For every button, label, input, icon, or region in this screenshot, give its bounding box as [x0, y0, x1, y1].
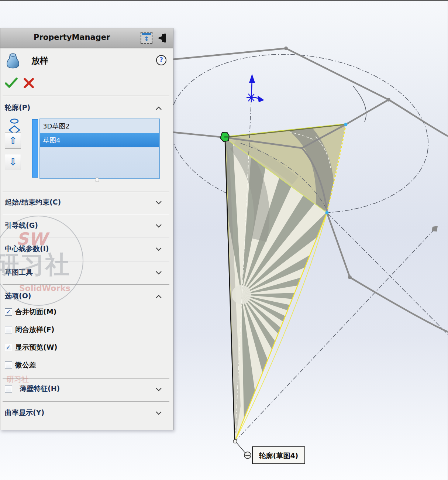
checkbox-checked[interactable]: ✓: [5, 344, 12, 351]
option-micro-tolerance: 微公差: [0, 361, 173, 374]
divider: [3, 284, 169, 285]
loft-front-face: [193, 14, 448, 480]
divider: [3, 401, 169, 402]
checkbox-checked[interactable]: ✓: [5, 308, 12, 316]
chevron-down-icon[interactable]: [155, 200, 162, 205]
checkbox-unchecked[interactable]: [5, 385, 12, 392]
auto-show-icon[interactable]: ↕: [141, 32, 152, 44]
image-top-border: [0, 0, 448, 1]
section-curvature-display[interactable]: 曲率显示(Y): [5, 408, 44, 418]
cancel-button[interactable]: [23, 78, 34, 90]
feature-title: 放样: [31, 55, 48, 66]
divider: [3, 261, 169, 262]
move-down-button[interactable]: ⇩: [5, 154, 21, 170]
up-arrow-icon: ⇧: [9, 135, 17, 146]
divider: [3, 96, 169, 96]
section-profiles[interactable]: 轮廓(P): [5, 103, 30, 113]
option-merge-tangent-faces: ✓ 合并切面(M): [0, 308, 173, 321]
checkbox-unchecked[interactable]: [5, 361, 12, 369]
chevron-up-icon[interactable]: [155, 106, 162, 110]
chevron-down-icon[interactable]: [155, 271, 162, 275]
profile-endpoint[interactable]: [233, 439, 237, 443]
property-manager-panel: PropertyManager ↕ 放样: [0, 28, 173, 430]
ok-button[interactable]: [5, 77, 18, 90]
checkbox-unchecked[interactable]: [5, 326, 12, 333]
chevron-up-icon[interactable]: [155, 294, 162, 299]
chevron-down-icon[interactable]: [155, 224, 162, 228]
section-start-end-constraints[interactable]: 起始/结束约束(C): [5, 198, 61, 207]
list-item[interactable]: 3D草图2: [40, 119, 159, 133]
chevron-down-icon[interactable]: [155, 387, 162, 392]
section-sketch-tools[interactable]: 草图工具: [5, 268, 33, 277]
callout-label: 轮廓(草图4): [259, 452, 299, 460]
panel-titlebar: PropertyManager ↕: [0, 28, 173, 48]
blue-sketch-point-top[interactable]: [344, 123, 348, 126]
feature-header: 放样 ?: [0, 52, 173, 73]
section-options[interactable]: 选项(O): [5, 291, 31, 301]
divider: [3, 192, 169, 192]
divider: [3, 237, 169, 238]
chevron-down-icon[interactable]: [155, 247, 162, 251]
axis-y-arrowhead: [249, 74, 255, 83]
section-guide-lines[interactable]: 引导线(G): [5, 221, 38, 230]
pushpin-icon[interactable]: [157, 33, 169, 44]
move-up-button[interactable]: ⇧: [5, 133, 21, 149]
down-arrow-icon: ⇩: [9, 156, 17, 168]
blue-sketch-point-mid[interactable]: [325, 211, 329, 215]
callout-leader: [237, 443, 245, 453]
profiles-listbox[interactable]: 3D草图2 草图4: [39, 119, 160, 179]
divider: [3, 378, 169, 379]
help-icon[interactable]: ?: [156, 55, 166, 65]
section-centerline-parameters[interactable]: 中心线参数(I): [5, 244, 49, 254]
confirm-row: [0, 75, 173, 93]
loft-icon: [6, 53, 20, 71]
panel-title: PropertyManager: [34, 33, 110, 42]
profile-callout[interactable]: 轮廓(草图4): [237, 443, 305, 464]
chevron-down-icon[interactable]: [155, 411, 162, 415]
axis-x-arrowhead: [258, 96, 264, 102]
section-thin-feature: 薄壁特征(H): [0, 385, 173, 398]
option-close-loft: 闭合放样(F): [0, 326, 173, 339]
listbox-resize-handle[interactable]: [95, 178, 99, 182]
profiles-selection-bar: [32, 119, 38, 178]
list-item-selected[interactable]: 草图4: [40, 133, 159, 147]
origin-triad: [247, 74, 264, 102]
divider: [3, 214, 169, 215]
option-show-preview: ✓ 显示预览(W): [0, 344, 173, 356]
